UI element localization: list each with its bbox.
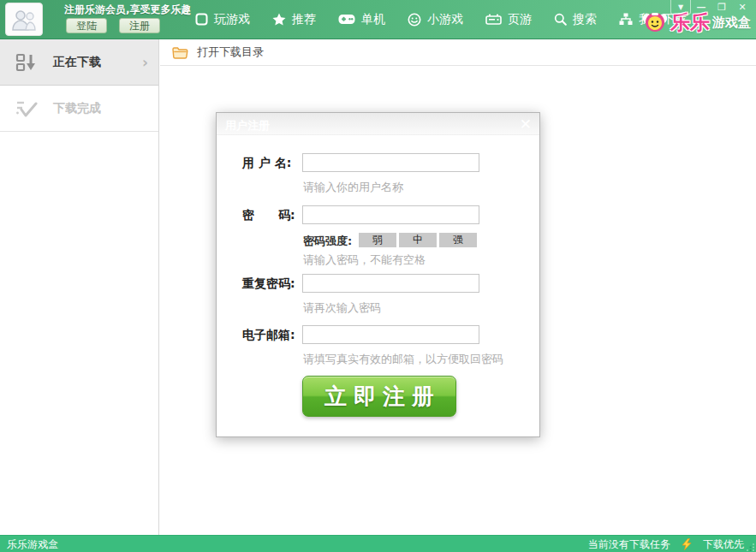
nav-play-games[interactable]: 玩游戏: [195, 12, 250, 27]
app-window: 注册乐游会员,享受更多乐趣 登陆 注册 玩游戏 推荐: [0, 0, 756, 552]
password-strength-meter: 弱 中 强: [359, 233, 477, 247]
password-label: 密 码:: [242, 208, 302, 223]
main-nav: 玩游戏 推荐 单机: [195, 0, 687, 39]
mascot-icon: [642, 9, 668, 35]
dialog-title: 用户注册: [225, 118, 270, 134]
sidebar-item-completed[interactable]: 下载完成: [0, 86, 158, 132]
confirm-password-input[interactable]: [302, 274, 479, 293]
strength-medium: 中: [399, 233, 437, 247]
maximize-button[interactable]: ❐: [711, 0, 732, 15]
download-priority-toggle[interactable]: 下载优先: [703, 537, 744, 552]
sidebar-item-downloading[interactable]: 正在下载 ›: [0, 39, 158, 86]
statusbar-app-name: 乐乐游戏盒: [7, 537, 58, 552]
lightning-icon[interactable]: [682, 538, 692, 550]
confirm-password-hint: 请再次输入密码: [303, 300, 381, 316]
nav-web-games[interactable]: 页游: [485, 12, 532, 27]
username-hint: 请输入你的用户名称: [303, 180, 403, 195]
user-avatar[interactable]: [5, 3, 43, 36]
nav-recommend[interactable]: 推荐: [272, 12, 316, 27]
window-controls: ▼ — ❐ ✕: [670, 0, 753, 15]
chevron-right-icon: ›: [142, 54, 148, 71]
nav-label: 搜索: [573, 12, 597, 27]
download-complete-icon: [15, 98, 38, 119]
sidebar-item-label: 下载完成: [53, 101, 101, 116]
nav-label: 玩游戏: [214, 12, 250, 27]
nav-standalone[interactable]: 单机: [338, 12, 385, 27]
dialog-header: 用户注册 ✕: [217, 113, 539, 135]
nav-mini-games[interactable]: 小游戏: [408, 12, 463, 27]
statusbar-right: 当前没有下载任务 下载优先: [588, 536, 744, 552]
browser-icon: [485, 14, 502, 26]
confirm-password-label: 重复密码:: [242, 276, 302, 292]
minimize-button[interactable]: —: [691, 0, 711, 15]
nav-label: 页游: [508, 12, 532, 27]
star-icon: [272, 13, 286, 27]
registration-dialog: 用户注册 ✕ 用 户 名: 请输入你的用户名称 密 码: 密码强度: 弱 中 强…: [216, 112, 540, 437]
open-download-folder-label: 打开下载目录: [197, 45, 264, 60]
downloading-icon: [15, 52, 38, 73]
nav-search[interactable]: 搜索: [554, 12, 597, 27]
download-status-text: 当前没有下载任务: [588, 537, 670, 552]
title-bar: 注册乐游会员,享受更多乐趣 登陆 注册 玩游戏 推荐: [0, 0, 756, 39]
sidebar-item-label: 正在下载: [53, 55, 101, 70]
register-button[interactable]: 注册: [119, 18, 160, 33]
sitemap-icon: [619, 13, 633, 26]
logo-primary-text: 乐乐: [670, 13, 710, 33]
submit-registration-button[interactable]: 立即注册: [302, 376, 456, 417]
dialog-close-icon[interactable]: ✕: [520, 116, 532, 133]
sidebar: 正在下载 › 下载完成: [0, 39, 159, 535]
password-input[interactable]: [302, 205, 479, 224]
strength-strong: 强: [439, 233, 477, 247]
status-bar: 乐乐游戏盒 当前没有下载任务 下载优先: [0, 535, 756, 552]
nav-label: 推荐: [292, 12, 316, 27]
nav-label: 小游戏: [427, 12, 463, 27]
username-label: 用 户 名:: [242, 156, 302, 171]
email-input[interactable]: [302, 325, 479, 344]
open-download-folder-button[interactable]: 打开下载目录: [160, 39, 756, 66]
nav-label: 单机: [361, 12, 385, 27]
username-input[interactable]: [302, 153, 479, 172]
promo-text: 注册乐游会员,享受更多乐趣: [64, 3, 192, 17]
strength-weak: 弱: [359, 233, 396, 247]
window-icon: [195, 13, 208, 26]
close-button[interactable]: ✕: [732, 0, 753, 15]
password-hint: 请输入密码，不能有空格: [303, 252, 426, 268]
search-icon: [554, 13, 567, 26]
resize-grip[interactable]: [747, 543, 755, 551]
menu-dropdown-button[interactable]: ▼: [670, 0, 691, 15]
folder-icon: [172, 46, 188, 59]
gamepad-icon: [338, 14, 355, 25]
logo-secondary-text: 游戏盒: [712, 15, 751, 31]
email-hint: 请填写真实有效的邮箱，以方便取回密码: [303, 352, 503, 367]
two-users-icon: [11, 9, 37, 31]
login-button[interactable]: 登陆: [66, 18, 107, 33]
password-strength-label: 密码强度:: [303, 234, 352, 249]
smiley-icon: [408, 13, 421, 27]
email-label: 电子邮箱:: [242, 328, 302, 343]
